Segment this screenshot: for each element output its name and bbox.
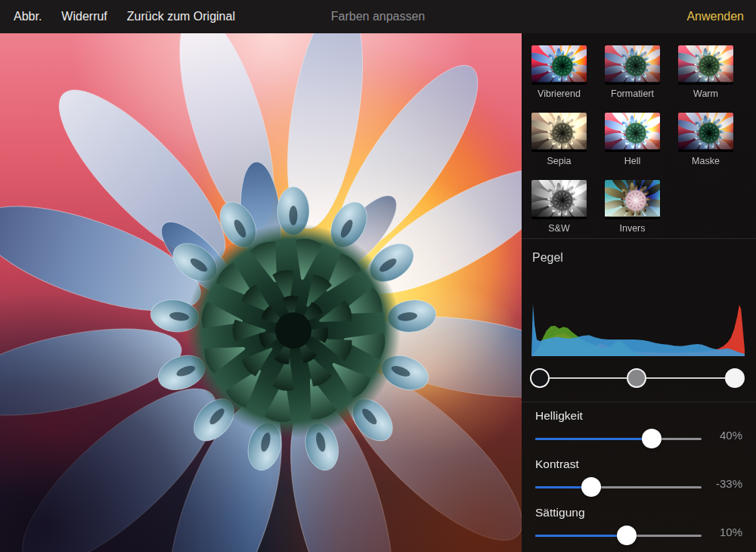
apply-button[interactable]: Anwenden	[686, 10, 744, 23]
saturation-slider-row: Sättigung 10%	[522, 506, 756, 551]
contrast-slider-row: Kontrast -33%	[522, 457, 756, 503]
adjust-colors-panel: VibrierendFormatiertWarmSepiaHellMaskeS&…	[522, 33, 756, 552]
brightness-value: 40%	[689, 429, 742, 442]
filter-thumbnail	[531, 113, 587, 152]
toolbar: Abbr. Widerruf Zurück zum Original Farbe…	[0, 0, 756, 33]
saturation-handle[interactable]	[617, 526, 637, 545]
filter-vibrant[interactable]: Vibrierend	[531, 45, 587, 113]
levels-shadows-knob[interactable]	[530, 368, 550, 388]
levels-midtones-knob[interactable]	[627, 368, 646, 388]
filter-thumbnail	[531, 45, 587, 85]
brightness-handle[interactable]	[642, 429, 662, 448]
divider	[522, 402, 756, 402]
cancel-button[interactable]: Abbr.	[14, 10, 42, 23]
filter-thumbnail	[605, 45, 660, 85]
filter-warm[interactable]: Warm	[678, 45, 733, 113]
levels-highlights-knob[interactable]	[725, 368, 745, 388]
filter-label: Formatiert	[605, 88, 660, 99]
revert-to-original-button[interactable]: Zurück zum Original	[127, 10, 235, 23]
saturation-track[interactable]	[535, 530, 702, 541]
filter-sepia[interactable]: Sepia	[531, 113, 587, 180]
filter-none[interactable]: Formatiert	[605, 45, 660, 113]
filter-thumbnail	[605, 180, 660, 219]
filter-label: Maske	[678, 156, 733, 166]
saturation-label: Sättigung	[535, 506, 585, 519]
filter-label: S&W	[531, 223, 587, 234]
brightness-label: Helligkeit	[535, 409, 583, 423]
filter-thumbnail	[678, 113, 733, 152]
filter-thumbnail	[678, 45, 733, 85]
filter-bright[interactable]: Hell	[605, 113, 660, 180]
levels-histogram	[531, 301, 745, 356]
filter-label: Sepia	[531, 156, 587, 166]
filter-label: Hell	[605, 156, 660, 166]
levels-label: Pegel	[532, 251, 563, 265]
photo-canvas[interactable]	[0, 33, 522, 552]
brightness-track[interactable]	[535, 433, 702, 444]
contrast-handle[interactable]	[581, 477, 601, 497]
filter-bw[interactable]: S&W	[531, 180, 587, 247]
contrast-track[interactable]	[535, 482, 702, 492]
brightness-slider-row: Helligkeit 40%	[522, 409, 756, 454]
saturation-value: 10%	[689, 526, 742, 538]
levels-slider	[531, 368, 745, 388]
filter-label: Warm	[678, 88, 733, 99]
filter-thumbnail	[605, 113, 660, 152]
filter-label: Invers	[605, 223, 660, 234]
filter-mask[interactable]: Maske	[678, 113, 733, 180]
filter-thumbnail	[531, 180, 587, 219]
filter-label: Vibrierend	[531, 88, 587, 99]
filter-list: VibrierendFormatiertWarmSepiaHellMaskeS&…	[531, 45, 733, 247]
contrast-label: Kontrast	[535, 457, 579, 471]
contrast-value: -33%	[689, 477, 742, 490]
undo-button[interactable]: Widerruf	[61, 10, 107, 23]
filter-invert[interactable]: Invers	[605, 180, 660, 247]
divider	[522, 238, 756, 239]
flower-photo	[0, 33, 522, 552]
